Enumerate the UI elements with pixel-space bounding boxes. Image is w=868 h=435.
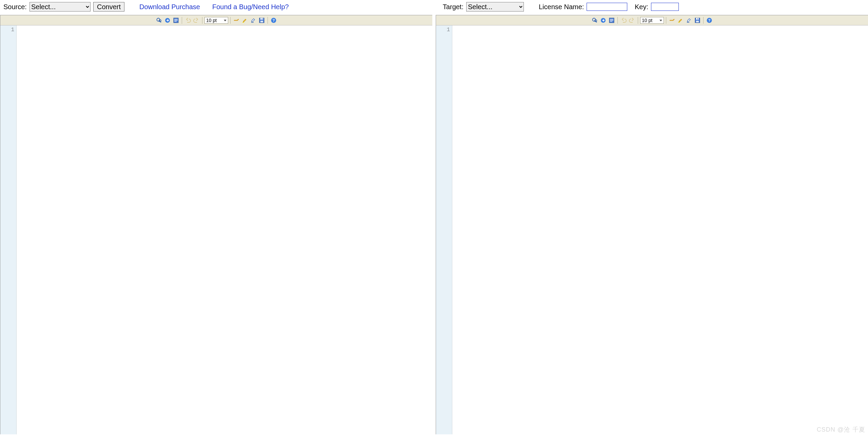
source-select[interactable]: Select... bbox=[29, 2, 91, 12]
svg-rect-22 bbox=[610, 20, 613, 21]
toolbar-separator bbox=[617, 17, 618, 24]
select-all-icon[interactable] bbox=[608, 17, 615, 24]
license-name-label: License Name: bbox=[539, 3, 584, 11]
toolbar-separator bbox=[268, 17, 268, 24]
save-icon[interactable] bbox=[258, 17, 265, 24]
target-gutter: 1 bbox=[436, 25, 452, 434]
find-icon[interactable] bbox=[155, 17, 163, 24]
key-input[interactable] bbox=[651, 3, 679, 11]
svg-rect-28 bbox=[696, 21, 699, 22]
save-icon[interactable] bbox=[694, 17, 701, 24]
target-pane: 10 pt ? 1 bbox=[436, 15, 868, 434]
svg-rect-5 bbox=[174, 19, 178, 20]
source-label: Source: bbox=[3, 3, 27, 11]
svg-text:?: ? bbox=[273, 18, 275, 22]
svg-rect-13 bbox=[262, 18, 262, 19]
toolbar-separator bbox=[638, 17, 638, 24]
goto-line-icon[interactable] bbox=[164, 17, 171, 24]
toolbar-separator bbox=[703, 17, 704, 24]
highlight-line-icon[interactable] bbox=[233, 17, 240, 24]
source-editor[interactable]: 1 bbox=[0, 25, 432, 434]
svg-rect-12 bbox=[260, 21, 263, 22]
toolbar-separator bbox=[666, 17, 666, 24]
convert-button[interactable]: Convert bbox=[93, 2, 124, 12]
undo-icon[interactable] bbox=[184, 17, 192, 24]
help-icon[interactable]: ? bbox=[270, 17, 277, 24]
highlight-icon[interactable] bbox=[241, 17, 249, 24]
source-pane: 10 pt ? 1 bbox=[0, 15, 432, 434]
undo-icon[interactable] bbox=[620, 17, 627, 24]
svg-rect-29 bbox=[697, 18, 698, 19]
clear-icon[interactable] bbox=[250, 17, 257, 24]
svg-rect-7 bbox=[174, 21, 177, 22]
svg-rect-23 bbox=[610, 21, 612, 22]
source-code-area[interactable] bbox=[17, 25, 432, 434]
highlight-icon[interactable] bbox=[677, 17, 684, 24]
font-size-dropdown[interactable]: 10 pt bbox=[640, 17, 664, 24]
target-label: Target: bbox=[443, 3, 463, 11]
editor-panes: 10 pt ? 1 bbox=[0, 15, 868, 434]
toolbar-separator bbox=[202, 17, 202, 24]
clear-icon[interactable] bbox=[685, 17, 693, 24]
target-code-area[interactable] bbox=[452, 25, 868, 434]
watermark: CSDN @沧 千夏 bbox=[817, 425, 865, 434]
line-number: 1 bbox=[11, 27, 14, 33]
help-icon[interactable]: ? bbox=[706, 17, 713, 24]
toolbar-separator bbox=[182, 17, 182, 24]
redo-icon[interactable] bbox=[628, 17, 636, 24]
found-bug-link[interactable]: Found a Bug/Need Help? bbox=[212, 3, 289, 11]
target-select[interactable]: Select... bbox=[466, 2, 524, 12]
goto-line-icon[interactable] bbox=[599, 17, 607, 24]
font-size-dropdown[interactable]: 10 pt bbox=[204, 17, 228, 24]
toolbar-separator bbox=[230, 17, 231, 24]
svg-rect-21 bbox=[610, 19, 613, 20]
download-purchase-link[interactable]: Download Purchase bbox=[139, 3, 200, 11]
select-all-icon[interactable] bbox=[172, 17, 180, 24]
line-number: 1 bbox=[447, 27, 450, 33]
find-icon[interactable] bbox=[591, 17, 598, 24]
target-toolbar: 10 pt ? bbox=[436, 15, 868, 25]
svg-rect-8 bbox=[242, 22, 244, 23]
source-gutter: 1 bbox=[0, 25, 17, 434]
svg-rect-24 bbox=[678, 22, 680, 23]
pane-divider[interactable] bbox=[432, 15, 436, 434]
redo-icon[interactable] bbox=[193, 17, 200, 24]
svg-rect-6 bbox=[174, 20, 178, 21]
highlight-line-icon[interactable] bbox=[668, 17, 676, 24]
target-editor[interactable]: 1 bbox=[436, 25, 868, 434]
key-label: Key: bbox=[635, 3, 648, 11]
source-toolbar: 10 pt ? bbox=[0, 15, 432, 25]
top-bar: Source: Select... Convert Download Purch… bbox=[0, 0, 868, 15]
svg-text:?: ? bbox=[708, 18, 711, 22]
license-name-input[interactable] bbox=[587, 3, 627, 11]
